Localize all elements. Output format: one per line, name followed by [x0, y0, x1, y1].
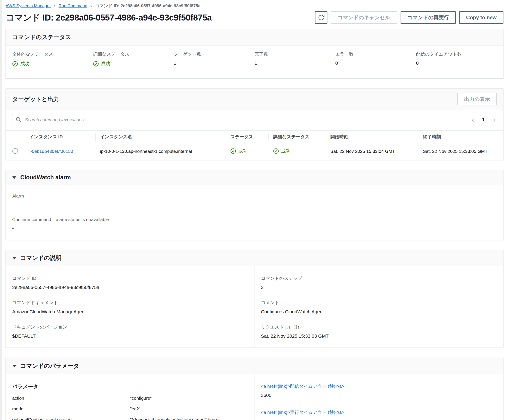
field-label: 配信のタイムアウト数: [416, 51, 497, 57]
field-value: AmazonCloudWatch-ManageAgent: [12, 309, 248, 315]
status-success-value: 成功: [93, 60, 110, 67]
cloudwatch-alarm-header[interactable]: CloudWatch alarm: [6, 170, 503, 185]
description-right-column: コマンドのステップ 3 コメント Configures CloudWatch A…: [255, 266, 503, 348]
column-header-start-time: 開始時刻: [326, 130, 418, 143]
table-row: i-0eb1db430e6f06150 ip-10-0-1-130.ap-nor…: [6, 143, 503, 160]
description-left-column: コマンド ID 2e298a06-0557-4986-a94e-93c9f50f…: [6, 266, 255, 348]
targets-title: ターゲットと出力: [12, 95, 59, 103]
refresh-button[interactable]: [315, 11, 327, 24]
param-row-optional-configuration-location: optionalConfigurationLocation "/cloudwat…: [12, 417, 248, 420]
param-key: optionalConfigurationLocation: [12, 417, 130, 420]
breadcrumb-link-run-command[interactable]: Run Command: [59, 3, 87, 8]
targets-card: ターゲットと出力 出力の表示 ‹ 1 › インス: [6, 89, 503, 160]
next-page-icon[interactable]: ›: [493, 116, 495, 123]
field-value: -: [12, 225, 497, 231]
status-field-detailed: 詳細なステータス 成功: [93, 51, 174, 68]
success-check-icon: [93, 61, 99, 67]
field-label: コマンドドキュメント: [12, 300, 248, 306]
column-header-status: ステータス: [226, 130, 268, 143]
command-status-header: コマンドのステータス: [6, 29, 503, 45]
continue-if-unavailable-field: Continue command if alarm status is unav…: [12, 217, 497, 231]
success-check-icon: [12, 61, 18, 67]
field-value: Configures CloudWatch Agent: [261, 309, 497, 315]
copy-to-new-button[interactable]: Copy to new: [459, 11, 503, 24]
delivery-timeout-value: 3600: [261, 393, 497, 398]
scrollbar-track[interactable]: [507, 0, 509, 420]
param-value: "configure": [130, 396, 248, 401]
execution-timeout-link[interactable]: <a href={link}>実行タイムアウト (秒)</a>: [261, 409, 497, 415]
status-success-value: 成功: [12, 60, 30, 67]
command-id-field: コマンド ID 2e298a06-0557-4986-a94e-93c9f50f…: [12, 275, 248, 290]
collapse-caret-icon: [12, 257, 16, 260]
status-text: 成功: [101, 60, 110, 67]
command-parameters-header[interactable]: コマンドのパラメータ: [6, 358, 503, 374]
field-label: Alarm: [12, 194, 497, 199]
breadcrumb-separator-icon: ›: [54, 3, 56, 8]
search-box: [12, 114, 464, 125]
field-label: 詳細なステータス: [93, 51, 174, 57]
rerun-command-button[interactable]: コマンドの再実行: [401, 11, 456, 24]
alarm-field: Alarm -: [12, 194, 497, 208]
search-icon: [16, 117, 22, 123]
field-label: エラー数: [335, 51, 416, 57]
previous-page-icon[interactable]: ‹: [471, 116, 474, 123]
command-status-grid: 全体的なステータス 成功 詳細なステータス 成功 ターゲット数 1 完了数 1: [6, 45, 503, 78]
param-row-mode: mode "ec2": [12, 406, 248, 412]
command-status-card: コマンドのステータス 全体的なステータス 成功 詳細なステータス 成功 ターゲッ…: [6, 29, 503, 79]
row-detailed-status: 成功: [273, 148, 290, 154]
instance-id-link[interactable]: i-0eb1db430e6f06150: [29, 149, 73, 154]
column-header-instance-name: インスタンス名: [95, 130, 226, 143]
command-parameters-content: パラメータ action "configure" mode "ec2" opti…: [6, 374, 503, 420]
field-value: 3: [261, 285, 497, 290]
field-label: コマンドのステップ: [261, 275, 497, 281]
param-row-action: action "configure": [12, 396, 248, 401]
cancel-command-button[interactable]: コマンドのキャンセル: [331, 11, 397, 24]
row-radio-button[interactable]: [12, 148, 18, 154]
view-output-button[interactable]: 出力の表示: [457, 93, 497, 105]
field-label: ターゲット数: [174, 51, 255, 57]
field-value: 0: [335, 60, 416, 66]
current-page-number[interactable]: 1: [482, 117, 485, 123]
requested-date-field: リクエストした日付 Sat, 22 Nov 2025 15:33:03 GMT: [261, 324, 497, 339]
field-label: リクエストした日付: [261, 324, 497, 330]
search-input[interactable]: [12, 114, 464, 125]
param-value: "ec2": [130, 406, 248, 412]
table-header-row: インスタンス ID インスタンス名 ステータス 詳細なステータス 開始時刻 終了…: [6, 130, 503, 143]
page-title: コマンド ID: 2e298a06-0557-4986-a94e-93c9f50…: [6, 12, 212, 23]
field-value: Sat, 22 Nov 2025 15:33:03 GMT: [261, 333, 497, 339]
breadcrumb-current: コマンド ID: 2e298a06-0557-4986-a94e-93c9f50…: [95, 3, 200, 9]
field-label: コマンド ID: [12, 275, 248, 281]
header-actions: コマンドのキャンセル コマンドの再実行 Copy to new: [315, 11, 503, 24]
status-field-targets: ターゲット数 1: [174, 51, 255, 68]
field-label: 完了数: [255, 51, 335, 57]
window-left-gutter: [0, 0, 2, 420]
field-value: -: [12, 202, 497, 208]
parameters-left-column: パラメータ action "configure" mode "ec2" opti…: [6, 374, 255, 420]
field-label: Continue command if alarm status is unav…: [12, 217, 497, 222]
command-parameters-card: コマンドのパラメータ パラメータ action "configure" mode…: [6, 358, 503, 420]
invocations-table: インスタンス ID インスタンス名 ステータス 詳細なステータス 開始時刻 終了…: [6, 130, 503, 160]
cloudwatch-alarm-title: CloudWatch alarm: [20, 174, 71, 181]
command-description-content: コマンド ID 2e298a06-0557-4986-a94e-93c9f50f…: [6, 266, 503, 348]
parameters-label: パラメータ: [12, 383, 248, 390]
command-description-header[interactable]: コマンドの説明: [6, 250, 503, 266]
execution-timeout-group: <a href={link}>実行タイムアウト (秒)</a> 10800: [261, 409, 497, 420]
status-field-overall: 全体的なステータス 成功: [12, 51, 93, 68]
status-field-errors: エラー数 0: [335, 51, 416, 68]
breadcrumb: AWS Systems Manager › Run Command › コマンド…: [6, 0, 503, 9]
field-value: 2e298a06-0557-4986-a94e-93c9f50f875a: [12, 285, 248, 290]
param-value: "/cloudwatch-agent/config/console-ec2-li…: [130, 417, 248, 420]
success-check-icon: [230, 148, 236, 154]
column-header-instance-id: インスタンス ID: [25, 130, 95, 143]
status-field-delivery-timeouts: 配信のタイムアウト数 0: [416, 51, 497, 68]
targets-toolbar: ‹ 1 ›: [6, 110, 503, 130]
parameters-right-column: <a href={link}>配信タイムアウト (秒)</a> 3600 <a …: [255, 374, 503, 420]
pagination: ‹ 1 ›: [471, 116, 497, 123]
breadcrumb-link-systems-manager[interactable]: AWS Systems Manager: [6, 3, 51, 8]
breadcrumb-separator-icon: ›: [90, 3, 92, 8]
delivery-timeout-link[interactable]: <a href={link}>配信タイムアウト (秒)</a>: [261, 383, 497, 389]
main-content: AWS Systems Manager › Run Command › コマンド…: [0, 0, 509, 420]
refresh-icon: [318, 14, 324, 21]
param-key: action: [12, 396, 130, 401]
field-value: 1: [174, 60, 255, 66]
